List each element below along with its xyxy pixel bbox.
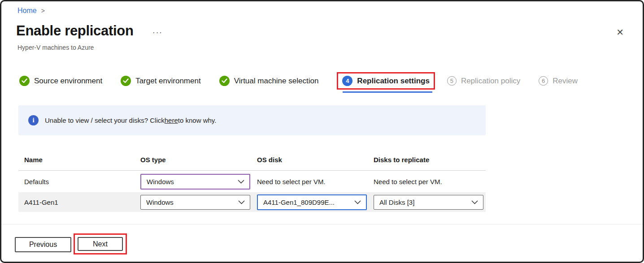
step-virtual-machine-selection[interactable]: Virtual machine selection [219, 76, 319, 86]
step-replication-settings[interactable]: 4 Replication settings [342, 76, 430, 86]
step-number-icon: 5 [447, 76, 457, 86]
dropdown-value: All Disks [3] [379, 198, 414, 206]
disks-to-replicate-value: Need to select per VM. [369, 178, 486, 185]
close-icon[interactable]: ✕ [614, 27, 627, 37]
banner-here-link[interactable]: here [165, 116, 178, 124]
os-disk-dropdown-a411[interactable]: A411-Gen1_809D99E... [257, 194, 367, 210]
annotation-box-next: Next [74, 233, 127, 254]
column-header-disks-to-replicate: Disks to replicate [369, 156, 486, 164]
dropdown-value: Windows [146, 198, 174, 206]
page-subtitle: Hyper-V machines to Azure [17, 44, 94, 51]
chevron-down-icon [238, 200, 245, 204]
annotation-box-replication-settings: 4 Replication settings [337, 72, 435, 90]
row-name: Defaults [18, 178, 136, 185]
table-row-a411-gen1: A411-Gen1 Windows A411-Gen1_809D99E... A… [18, 192, 486, 212]
info-icon: i [28, 115, 39, 125]
check-circle-icon [19, 76, 30, 86]
step-review[interactable]: 6 Review [539, 76, 578, 86]
chevron-down-icon [354, 200, 361, 204]
previous-button[interactable]: Previous [15, 237, 71, 252]
chevron-down-icon [471, 200, 478, 204]
column-header-os-type: OS type [136, 156, 252, 164]
step-number-icon: 6 [539, 76, 548, 86]
step-label: Replication settings [357, 77, 430, 86]
step-label: Source environment [34, 77, 102, 86]
dropdown-value: Windows [147, 178, 174, 185]
step-number-icon: 4 [342, 76, 352, 86]
check-circle-icon [121, 76, 131, 86]
table-header-row: Name OS type OS disk Disks to replicate [18, 149, 486, 171]
os-type-dropdown-a411[interactable]: Windows [140, 195, 250, 210]
step-label: Virtual machine selection [234, 77, 319, 86]
step-replication-policy[interactable]: 5 Replication policy [447, 76, 520, 86]
table-row-defaults: Defaults Windows Need to select per VM. … [18, 171, 486, 192]
info-banner: i Unable to view / select your disks? Cl… [18, 105, 486, 135]
os-type-dropdown-defaults[interactable]: Windows [140, 174, 250, 190]
footer-divider [1, 224, 643, 224]
enable-replication-dialog: Home > Enable replication ··· Hyper-V ma… [0, 0, 644, 263]
step-label: Replication policy [461, 77, 520, 86]
chevron-down-icon [238, 180, 244, 184]
disks-to-replicate-dropdown-a411[interactable]: All Disks [3] [374, 195, 483, 210]
wizard-steps: Source environment Target environment Vi… [19, 72, 596, 90]
column-header-os-disk: OS disk [252, 156, 369, 164]
replication-settings-table: Name OS type OS disk Disks to replicate … [18, 149, 486, 212]
row-name: A411-Gen1 [18, 198, 136, 206]
os-disk-value: Need to select per VM. [252, 178, 369, 185]
banner-text: to know why. [178, 116, 217, 124]
step-source-environment[interactable]: Source environment [19, 76, 102, 86]
check-circle-icon [219, 76, 230, 86]
breadcrumb: Home > [17, 7, 45, 15]
step-label: Review [553, 77, 578, 86]
dropdown-value: A411-Gen1_809D99E... [263, 198, 335, 206]
column-header-name: Name [18, 156, 136, 164]
breadcrumb-home-link[interactable]: Home [17, 7, 37, 15]
step-target-environment[interactable]: Target environment [121, 76, 201, 86]
next-button[interactable]: Next [78, 237, 123, 251]
step-label: Target environment [135, 77, 201, 86]
chevron-right-icon: > [41, 7, 45, 14]
banner-text: Unable to view / select your disks? Clic… [45, 116, 165, 124]
ellipsis-icon[interactable]: ··· [152, 28, 163, 37]
page-title: Enable replication [16, 23, 134, 39]
